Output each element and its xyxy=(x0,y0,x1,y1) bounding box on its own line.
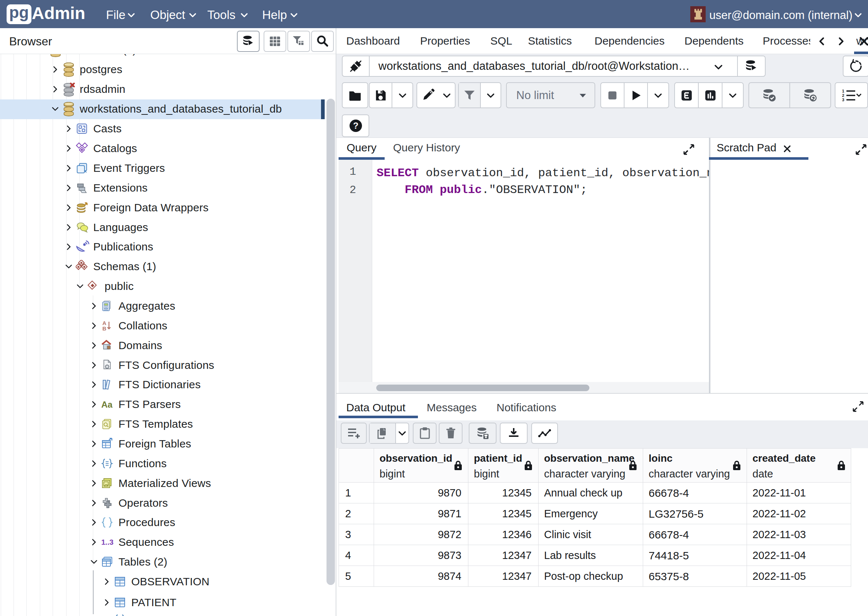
svg-text:2: 2 xyxy=(842,93,844,97)
svg-text:Aa: Aa xyxy=(101,399,113,409)
svg-text:1..3: 1..3 xyxy=(101,538,113,546)
svg-text:1: 1 xyxy=(842,89,844,93)
svg-text:3: 3 xyxy=(842,97,844,102)
svg-text:?: ? xyxy=(353,121,358,130)
svg-text:B: B xyxy=(102,325,106,332)
